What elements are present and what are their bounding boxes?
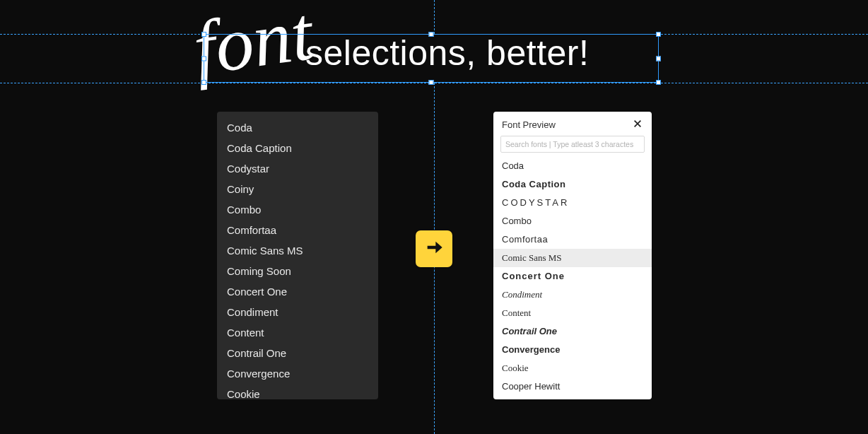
font-preview-title: Font Preview [502, 119, 556, 130]
font-preview-item[interactable]: Contrail One [493, 322, 652, 341]
font-preview-panel: Font Preview Search fonts | Type atleast… [493, 112, 652, 399]
heading-rest-text: selections, better! [305, 33, 589, 74]
font-list-item[interactable]: Condiment [217, 302, 378, 322]
font-preview-item[interactable]: Comfortaa [493, 230, 652, 249]
font-preview-item[interactable]: Combo [493, 212, 652, 230]
heading-text-element[interactable]: font selections, better! [204, 17, 659, 95]
font-preview-item[interactable]: Concert One [493, 267, 652, 286]
font-search-input[interactable]: Search fonts | Type atleast 3 charactes [500, 136, 645, 153]
font-preview-item[interactable]: Comic Sans MS [493, 249, 652, 267]
font-preview-item[interactable]: Cooper Hewitt [493, 377, 652, 396]
heading-script-word: font [189, 0, 317, 87]
close-icon [633, 119, 643, 131]
font-list-item[interactable]: Coming Soon [217, 261, 378, 281]
arrow-right-icon [424, 237, 444, 260]
font-list-item[interactable]: Comfortaa [217, 220, 378, 240]
font-preview-item[interactable]: Content [493, 304, 652, 322]
font-preview-item[interactable]: Convergence [493, 341, 652, 359]
font-list-item[interactable]: Comic Sans MS [217, 240, 378, 261]
font-preview-item[interactable]: Cookie [493, 359, 652, 377]
font-list-item[interactable]: Convergence [217, 363, 378, 384]
font-preview-item[interactable]: Coda Caption [493, 175, 652, 194]
close-button[interactable] [632, 119, 643, 130]
font-list-item[interactable]: Cookie [217, 384, 378, 399]
font-list-item[interactable]: Concert One [217, 281, 378, 302]
font-list-item[interactable]: Combo [217, 199, 378, 220]
font-preview-item[interactable]: CODYSTAR [493, 194, 652, 212]
font-preview-item[interactable]: Condiment [493, 286, 652, 304]
font-list-item[interactable]: Content [217, 322, 378, 343]
plain-font-list-panel: Coda Coda Caption Codystar Coiny Combo C… [217, 112, 378, 399]
transform-arrow-button[interactable] [416, 230, 452, 267]
font-list-item[interactable]: Coda [217, 117, 378, 138]
font-list-item[interactable]: Coiny [217, 179, 378, 199]
font-list-item[interactable]: Contrail One [217, 343, 378, 363]
font-preview-list: CodaCoda CaptionCODYSTARComboComfortaaCo… [493, 157, 652, 399]
font-preview-item[interactable]: Coda [493, 157, 652, 175]
font-list-item[interactable]: Codystar [217, 158, 378, 179]
font-list-item[interactable]: Coda Caption [217, 138, 378, 158]
font-preview-item[interactable]: Copperplate [493, 396, 652, 399]
